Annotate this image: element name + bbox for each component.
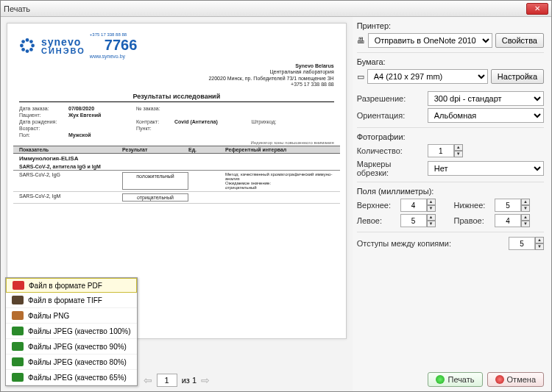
col-ref: Референтный интервал [225, 147, 334, 152]
count-down[interactable]: ▼ [454, 151, 463, 157]
file-type-icon [12, 373, 24, 382]
dob-label: Дата рождения: [19, 119, 67, 124]
col-unit: Ед. [188, 147, 225, 152]
spin-down[interactable]: ▼ [427, 205, 436, 212]
spin-up[interactable]: ▲ [535, 237, 544, 243]
print-label: Печать [447, 375, 474, 384]
addr-line-1: Synevo Belarus [19, 63, 334, 69]
addr-line-4: +375 17 338 88 88 [19, 82, 334, 88]
margin-top-label: Верхнее: [357, 201, 396, 210]
svg-point-0 [26, 38, 29, 42]
titlebar: Печать ✕ [1, 1, 551, 17]
settings-pane: Принтер: 🖶 Отправить в OneNote 2010 Свой… [353, 17, 551, 391]
page-input[interactable] [157, 374, 177, 387]
export-menu-label: Файлы JPEG (качество 90%) [28, 343, 127, 351]
count-input[interactable] [428, 144, 454, 157]
next-page-button[interactable]: ⇨ [201, 374, 210, 386]
spacing-input[interactable] [509, 237, 535, 250]
row1-name: SARS-CoV-2, IgG [19, 172, 122, 190]
paper-select[interactable]: A4 (210 x 297 mm) [367, 69, 488, 84]
margin-top-input[interactable] [400, 199, 427, 212]
patient-label: Пациент: [19, 113, 67, 118]
margins-label: Поля (миллиметры): [357, 187, 544, 196]
resolution-select[interactable]: 300 dpi - стандарт [428, 91, 544, 106]
crop-label: Маркеры обрезки: [357, 160, 423, 177]
svg-point-2 [20, 44, 24, 48]
count-up[interactable]: ▲ [454, 144, 463, 151]
svg-point-4 [21, 40, 25, 43]
printer-properties-button[interactable]: Свойства [495, 33, 544, 48]
paper-label: Бумага: [357, 57, 544, 66]
row1-method: Метод: качественный хроматографический и… [225, 172, 334, 190]
brand-name-1: synevo [41, 37, 85, 47]
export-menu-label: Файл в формате PDF [29, 282, 102, 290]
indicator-note: Индикатор зоны повышенного внимания [13, 140, 340, 146]
barcode-label: Штрихкод: [252, 119, 296, 124]
orientation-select[interactable]: Альбомная [428, 108, 544, 123]
cancel-button[interactable]: Отмена [487, 372, 544, 387]
svg-point-3 [31, 44, 35, 48]
spin-up[interactable]: ▲ [427, 214, 436, 221]
col-indicator: Показатель [19, 147, 122, 152]
cancel-label: Отмена [507, 375, 536, 384]
cancel-icon [495, 375, 504, 384]
brand-url: www.synevo.by [90, 54, 138, 59]
margin-right-label: Правое: [454, 216, 490, 225]
spin-up[interactable]: ▲ [521, 199, 530, 205]
row2-name: SARS-CoV-2, IgM [19, 193, 122, 202]
spin-up[interactable]: ▲ [427, 199, 436, 205]
brand-logo-icon [18, 36, 37, 55]
svg-point-7 [29, 48, 33, 51]
age-label: Возраст: [19, 126, 67, 131]
margin-bottom-input[interactable] [495, 199, 521, 212]
svg-point-5 [29, 40, 33, 43]
contract-value: Covid (Антитела) [174, 119, 250, 124]
export-menu-label: Файлы JPEG (качество 100%) [28, 327, 131, 335]
file-type-icon [12, 342, 24, 351]
spin-down[interactable]: ▼ [521, 205, 530, 212]
export-menu-item[interactable]: Файл в формате PDF [6, 278, 137, 293]
spin-down[interactable]: ▼ [535, 243, 544, 250]
row2-result: отрицательный [122, 193, 188, 202]
file-type-icon [12, 296, 24, 304]
file-type-icon [12, 327, 24, 335]
export-menu-item[interactable]: Файлы JPEG (качество 100%) [6, 324, 137, 339]
result-subsection: SARS-CoV-2, антитела IgG и IgM [13, 163, 340, 171]
spacing-label: Отступы между копиями: [357, 239, 451, 248]
prev-page-button[interactable]: ⇦ [144, 374, 152, 386]
window-title: Печать [4, 4, 30, 13]
result-section: Иммунология-ELISA [13, 154, 340, 163]
orientation-label: Ориентация: [357, 111, 423, 120]
file-type-icon [12, 357, 24, 366]
col-result: Результат [122, 147, 188, 152]
order-date-label: Дата заказа: [19, 106, 67, 111]
file-type-icon [12, 311, 24, 320]
sex-value: Мужской [68, 132, 135, 138]
margin-left-input[interactable] [400, 214, 427, 227]
paper-setup-button[interactable]: Настройка [491, 69, 544, 84]
printer-select[interactable]: Отправить в OneNote 2010 [368, 33, 492, 48]
export-menu-item[interactable]: Файл в формате TIFF [6, 293, 137, 308]
margin-right-input[interactable] [495, 214, 521, 227]
print-button[interactable]: Печать [428, 372, 482, 387]
point-label: Пункт: [136, 126, 173, 131]
export-menu-item[interactable]: Файлы JPEG (качество 80%) [6, 354, 137, 370]
brand-phone: 7766 [105, 37, 138, 54]
spin-down[interactable]: ▼ [427, 221, 436, 227]
contract-label: Контракт: [136, 119, 173, 124]
margin-left-label: Левое: [357, 216, 396, 225]
close-button[interactable]: ✕ [526, 3, 548, 15]
sex-label: Пол: [19, 132, 67, 138]
spin-down[interactable]: ▼ [521, 221, 530, 227]
svg-point-1 [26, 49, 29, 53]
addr-line-3: 220020 Минск, пр. Победителей 73/1 помещ… [19, 76, 334, 82]
export-menu-item[interactable]: Файлы JPEG (качество 90%) [6, 339, 137, 354]
order-no-label: № заказа: [136, 106, 173, 111]
count-label: Количество: [357, 146, 423, 155]
crop-select[interactable]: Нет [428, 161, 544, 176]
export-menu-label: Файл в формате TIFF [28, 296, 102, 304]
export-menu-item[interactable]: Файлы PNG [6, 308, 137, 324]
margin-bottom-label: Нижнее: [454, 201, 490, 210]
export-menu-item[interactable]: Файлы JPEG (качество 65%) [6, 370, 137, 385]
spin-up[interactable]: ▲ [521, 214, 530, 221]
